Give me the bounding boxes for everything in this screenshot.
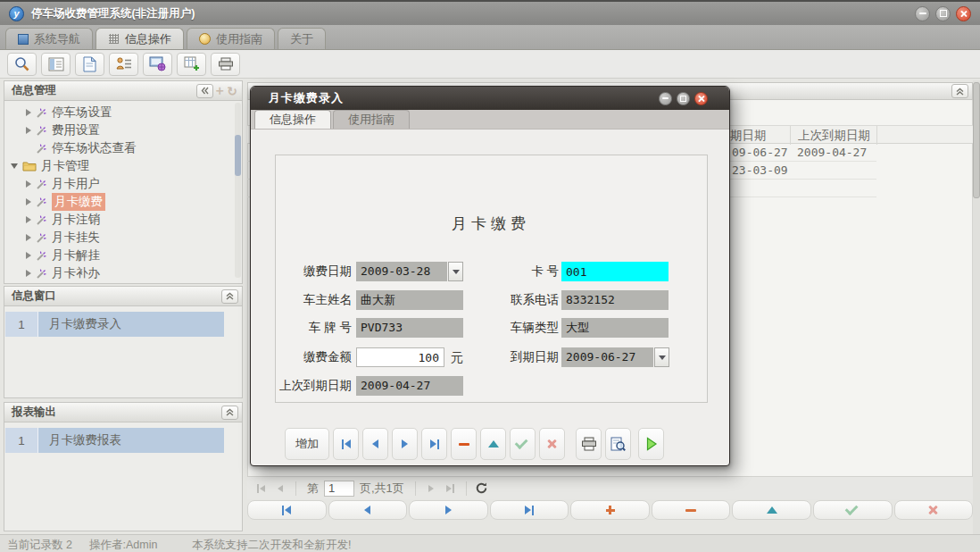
minimize-button[interactable] [915,6,930,21]
main-scrollbar-thumb[interactable] [973,82,980,198]
print-preview-button[interactable] [605,428,631,460]
search-icon [13,55,30,72]
tab-label: 信息操作 [270,112,316,128]
page-number-input[interactable] [324,481,354,497]
search-button[interactable] [7,53,37,76]
tree-item-monthly-card-pay[interactable]: 月卡缴费 [4,193,242,211]
first-record-button[interactable] [333,428,359,460]
cancel-button[interactable] [894,500,974,520]
tree-item-monthly-card-management[interactable]: 月卡管理 [4,157,242,175]
column-header-expire-date[interactable]: 期日期 [730,128,767,144]
tree-item-monthly-card-reissue[interactable]: 月卡补办 [4,264,242,282]
owner-name-value[interactable]: 曲大新 [356,290,463,310]
plate-no-value[interactable]: PVD733 [356,318,463,338]
edit-record-button[interactable] [732,500,811,520]
window-titlebar: y 停车场收费管理系统(非注册用户) [0,0,980,25]
run-button[interactable] [638,428,664,460]
dialog-minimize-button[interactable] [659,92,672,105]
last-expire-value[interactable]: 2009-04-27 [356,376,463,396]
add-record-button[interactable] [570,500,650,520]
expand-arrow-icon[interactable] [26,252,31,259]
tree-item-monthly-card-user[interactable]: 月卡用户 [4,175,242,193]
confirm-button[interactable] [510,428,536,460]
next-record-button[interactable] [409,500,488,520]
edit-record-button[interactable] [480,428,506,460]
tab-about[interactable]: 关于 [278,28,326,49]
row-label: 月卡缴费报表 [38,428,224,453]
collapse-up-button[interactable] [221,406,238,420]
user-list-button[interactable] [109,53,138,76]
form-view-button[interactable] [41,53,71,76]
expand-arrow-icon[interactable] [26,198,31,205]
pay-date-value[interactable]: 2009-03-28 [356,262,447,281]
monitor-view-button[interactable] [143,53,172,76]
main-collapse-button[interactable] [951,84,968,98]
tree-item-parking-status[interactable]: 停车场状态查看 [4,139,242,157]
panel-title: 报表输出 [12,405,56,420]
play-icon [645,437,658,451]
last-page-icon [446,485,452,492]
tree-item-fee-setup[interactable]: 费用设置 [4,121,242,139]
prev-record-button[interactable] [362,428,388,460]
table-add-button[interactable] [177,53,206,76]
tab-info-operation[interactable]: 信息操作 [96,28,184,49]
collapse-left-button[interactable] [196,84,213,98]
delete-record-button[interactable] [451,428,477,460]
dialog-tab-user-guide[interactable]: 使用指南 [333,110,410,129]
printer-button[interactable] [211,53,240,76]
amount-input[interactable] [356,347,444,367]
first-page-button[interactable] [251,481,270,497]
expand-arrow-icon[interactable] [26,216,31,223]
report-output-row[interactable]: 1 月卡缴费报表 [5,428,224,453]
prev-record-button[interactable] [328,500,408,520]
cancel-button[interactable] [539,428,565,460]
tree-scrollbar-thumb[interactable] [235,135,241,176]
dialog-close-button[interactable] [694,92,708,105]
status-bar: 当前记录数 2 操作者:Admin 本系统支持二次开发和全新开发! [0,534,980,552]
collapse-arrow-icon[interactable] [11,163,18,169]
tree-item-monthly-card-unloss[interactable]: 月卡解挂 [4,247,242,264]
chevrons-left-icon [200,86,210,96]
add-node-icon[interactable]: ＋ [213,83,226,99]
tree-item-monthly-card-loss[interactable]: 月卡挂失 [4,229,242,247]
next-record-button[interactable] [392,428,418,460]
tree-item-monthly-card-cancel[interactable]: 月卡注销 [4,211,242,229]
tab-system-navigation[interactable]: 系统导航 [5,28,93,49]
vehicle-type-value[interactable]: 大型 [561,318,669,338]
info-window-row[interactable]: 1 月卡缴费录入 [5,312,224,337]
main-toolbar [0,50,980,79]
last-page-button[interactable] [441,481,461,497]
tree-item-parking-setup[interactable]: 停车场设置 [4,104,242,121]
collapse-up-button[interactable] [221,289,238,304]
close-button[interactable] [956,6,971,21]
expire-date-dropdown-button[interactable] [654,347,669,367]
delete-record-button[interactable] [652,500,731,520]
add-button[interactable]: 增加 [285,428,329,460]
prev-page-button[interactable] [270,481,290,497]
confirm-button[interactable] [813,500,893,520]
tree-scrollbar[interactable] [235,103,241,278]
column-header-last-expire-date[interactable]: 上次到期日期 [798,128,870,144]
expand-arrow-icon[interactable] [26,127,31,134]
new-document-button[interactable] [75,53,104,76]
main-scrollbar[interactable] [973,80,980,534]
print-button[interactable] [576,428,602,460]
maximize-button[interactable] [935,6,951,21]
card-no-input[interactable] [561,262,669,281]
first-record-button[interactable] [247,500,327,520]
expand-arrow-icon[interactable] [26,270,31,277]
expand-arrow-icon[interactable] [26,234,31,241]
pay-date-dropdown-button[interactable] [448,262,463,281]
expire-date-value[interactable]: 2009-06-27 [561,347,653,367]
expand-arrow-icon[interactable] [26,109,31,116]
dialog-tab-info-operation[interactable]: 信息操作 [254,110,331,129]
phone-value[interactable]: 8332152 [561,290,669,310]
last-record-button[interactable] [421,428,447,460]
expand-arrow-icon[interactable] [26,180,31,188]
refresh-button[interactable] [472,481,492,497]
next-page-button[interactable] [421,481,441,497]
dialog-maximize-button[interactable] [677,92,690,105]
last-record-button[interactable] [490,500,569,520]
tab-user-guide[interactable]: 使用指南 [187,28,275,49]
refresh-tree-icon[interactable]: ↻ [226,84,238,98]
